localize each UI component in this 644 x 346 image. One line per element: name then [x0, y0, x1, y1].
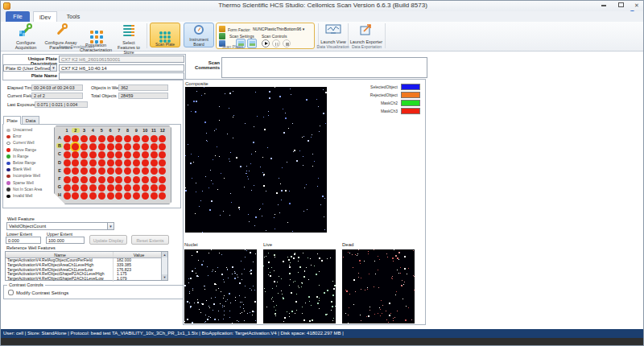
close-button[interactable]: ✕: [630, 2, 643, 10]
column-header-name[interactable]: Name: [6, 252, 114, 257]
well-H10[interactable]: [142, 192, 149, 200]
well-B2[interactable]: [72, 143, 79, 150]
chevron-down-icon[interactable]: ▼: [107, 223, 114, 229]
well-B4[interactable]: [89, 143, 97, 150]
well-H1[interactable]: [64, 192, 71, 200]
column-header-1[interactable]: 1: [63, 128, 71, 133]
well-A8[interactable]: [124, 135, 131, 142]
column-header-5[interactable]: 5: [97, 128, 105, 133]
well-F10[interactable]: [142, 176, 149, 183]
well-G10[interactable]: [142, 184, 149, 192]
column-header-7[interactable]: 7: [115, 128, 123, 133]
well-C11[interactable]: [151, 151, 158, 159]
composite-image[interactable]: [185, 87, 327, 233]
well-E6[interactable]: [107, 167, 114, 175]
well-A11[interactable]: [151, 135, 158, 142]
tab-file[interactable]: File: [6, 11, 30, 22]
well-D4[interactable]: [89, 159, 97, 167]
well-G8[interactable]: [124, 184, 131, 192]
well-A3[interactable]: [80, 135, 88, 142]
column-header-8[interactable]: 8: [124, 128, 132, 133]
row-header-G[interactable]: G: [56, 184, 63, 189]
well-F3[interactable]: [80, 176, 88, 183]
well-G9[interactable]: [133, 184, 140, 192]
upper-extent-field[interactable]: [46, 237, 85, 244]
well-A2[interactable]: [72, 135, 79, 142]
well-B7[interactable]: [115, 143, 122, 150]
row-header-C[interactable]: C: [56, 151, 63, 156]
well-B11[interactable]: [151, 143, 158, 150]
well-E7[interactable]: [115, 167, 122, 175]
well-B5[interactable]: [98, 143, 105, 150]
plate-id-field[interactable]: [59, 64, 184, 72]
tab-plate[interactable]: Plate: [3, 116, 21, 125]
column-header-10[interactable]: 10: [141, 128, 149, 133]
well-B12[interactable]: [159, 143, 166, 150]
maximize-button[interactable]: [614, 2, 627, 10]
well-C1[interactable]: [64, 151, 71, 159]
well-C6[interactable]: [107, 151, 114, 159]
well-D2[interactable]: [72, 159, 79, 167]
well-D10[interactable]: [142, 159, 149, 167]
well-H9[interactable]: [133, 192, 140, 200]
well-D3[interactable]: [80, 159, 88, 167]
scroll-up-icon[interactable]: ▲: [162, 252, 167, 257]
well-E2[interactable]: [72, 167, 79, 175]
well-H5[interactable]: [98, 192, 105, 200]
row-header-B[interactable]: B: [56, 143, 63, 148]
column-header-9[interactable]: 9: [132, 128, 140, 133]
well-B6[interactable]: [107, 143, 114, 150]
well-E8[interactable]: [124, 167, 131, 175]
well-D11[interactable]: [151, 159, 158, 167]
well-C12[interactable]: [159, 151, 166, 159]
tab-idev[interactable]: iDev: [33, 11, 57, 22]
well-F8[interactable]: [124, 176, 131, 183]
well-A6[interactable]: [107, 135, 114, 142]
well-H4[interactable]: [89, 192, 97, 200]
well-B9[interactable]: [133, 143, 140, 150]
well-G2[interactable]: [72, 184, 79, 192]
table-scrollbar[interactable]: ▲ ▼: [161, 252, 167, 280]
well-D7[interactable]: [115, 159, 122, 167]
well-G12[interactable]: [159, 184, 166, 192]
well-feature-dropdown[interactable]: ValidObjectCount▼: [6, 222, 114, 230]
minimize-button[interactable]: [597, 2, 610, 10]
well-B10[interactable]: [142, 143, 149, 150]
well-G1[interactable]: [64, 184, 71, 192]
well-D5[interactable]: [98, 159, 105, 167]
well-E3[interactable]: [80, 167, 88, 175]
well-G4[interactable]: [89, 184, 97, 192]
filter-icon[interactable]: [219, 33, 225, 39]
well-A4[interactable]: [89, 135, 97, 142]
objective-icon[interactable]: [219, 26, 225, 32]
table-row[interactable]: TargetActivationV4.RefObjectShapeP2ACh1L…: [6, 277, 167, 282]
well-D8[interactable]: [124, 159, 131, 167]
chevron-down-icon[interactable]: ▼: [50, 65, 56, 71]
well-C10[interactable]: [142, 151, 149, 159]
well-A7[interactable]: [115, 135, 122, 142]
plate-name-field[interactable]: [59, 72, 184, 80]
well-H6[interactable]: [107, 192, 114, 200]
plate-id-dropdown[interactable]: Plate ID (User Defined)▼: [3, 64, 57, 72]
well-G11[interactable]: [151, 184, 158, 192]
well-A12[interactable]: [159, 135, 166, 142]
row-header-D[interactable]: D: [56, 160, 63, 165]
column-header-11[interactable]: 11: [150, 128, 158, 133]
well-E12[interactable]: [159, 167, 166, 175]
column-header-12[interactable]: 12: [159, 128, 167, 133]
well-B8[interactable]: [124, 143, 131, 150]
well-G3[interactable]: [80, 184, 88, 192]
well-B1[interactable]: [64, 143, 71, 150]
well-H7[interactable]: [115, 192, 122, 200]
well-C4[interactable]: [89, 151, 97, 159]
well-A1[interactable]: [64, 135, 71, 142]
well-F2[interactable]: [72, 176, 79, 183]
tab-tools[interactable]: Tools: [60, 11, 86, 22]
column-header-2[interactable]: 2: [72, 128, 80, 133]
well-C7[interactable]: [115, 151, 122, 159]
well-F9[interactable]: [133, 176, 140, 183]
well-B3[interactable]: [80, 143, 88, 150]
well-H2[interactable]: [72, 192, 79, 200]
thumbnail-image-live[interactable]: [263, 249, 336, 323]
well-E9[interactable]: [133, 167, 140, 175]
